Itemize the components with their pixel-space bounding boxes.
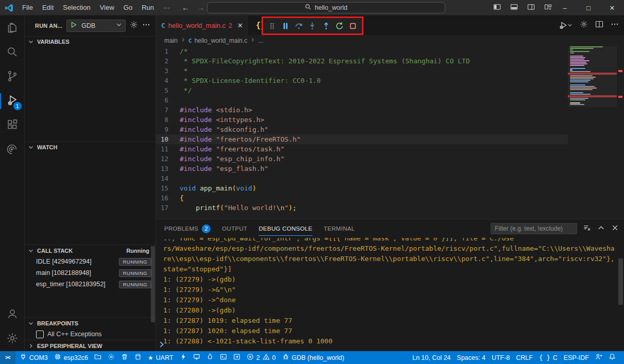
remote-indicator[interactable]: >< <box>0 351 15 364</box>
sidebar-scrollbar[interactable] <box>151 246 155 322</box>
pause-button[interactable] <box>281 22 290 30</box>
code-line-6[interactable]: 6 <box>156 95 624 105</box>
menu-go[interactable]: Go <box>119 0 137 15</box>
code-line-12[interactable]: 12#include "esp_chip_info.h" <box>156 154 624 164</box>
activity-settings[interactable] <box>0 327 25 351</box>
status-monitor-device[interactable] <box>190 351 203 364</box>
code-line-2[interactable]: 2 * SPDX-FileCopyrightText: 2010-2022 Es… <box>156 56 624 66</box>
status-open-folder[interactable] <box>91 351 105 364</box>
status-cursor-position[interactable]: Ln 10, Col 24 <box>409 351 454 364</box>
code-line-11[interactable]: 11#include "freertos/task.h" <box>156 144 624 154</box>
code-line-5[interactable]: 5 */ <box>156 85 624 95</box>
status-device-target[interactable]: esp32c6 <box>51 351 91 364</box>
status-problems[interactable]: 20 <box>244 351 279 364</box>
watch-section-header[interactable]: WATCH <box>25 142 155 153</box>
split-editor-icon[interactable] <box>595 20 603 30</box>
code-line-15[interactable]: 15void app_main(void) <box>156 183 624 193</box>
status-build-flash-monitor[interactable] <box>203 351 217 364</box>
nav-back-icon[interactable]: ← <box>182 3 189 12</box>
panel-scrollbar[interactable] <box>618 258 623 305</box>
activity-explorer[interactable] <box>0 16 25 41</box>
code-line-8[interactable]: 8#include <inttypes.h> <box>156 115 624 125</box>
run-or-debug-button[interactable] <box>559 21 573 30</box>
status-debug-session[interactable]: GDB (hello_world) <box>279 351 348 364</box>
status-indentation[interactable]: Spaces: 4 <box>454 351 489 364</box>
call-stack-frame-2[interactable]: esp_timer [1082183952]RUNNING <box>25 279 155 290</box>
status-execute-task[interactable] <box>230 351 244 364</box>
debug-settings-gear-icon[interactable] <box>130 21 138 30</box>
panel-tab-output[interactable]: OUTPUT <box>222 219 247 238</box>
minimap[interactable] <box>568 46 617 219</box>
breakpoint-checkbox[interactable] <box>36 331 44 338</box>
code-line-16[interactable]: 16{ <box>156 193 624 203</box>
status-sdk-configuration[interactable] <box>105 351 118 364</box>
code-line-1[interactable]: 1/* <box>156 46 624 56</box>
menu-overflow[interactable]: ··· <box>159 4 175 11</box>
minimize-button[interactable]: – <box>553 0 577 15</box>
more-actions-icon[interactable] <box>142 21 150 30</box>
status-language-mode[interactable]: { }C <box>536 351 561 364</box>
menu-run[interactable]: Run <box>137 0 159 15</box>
status-full-clean[interactable] <box>118 351 131 364</box>
activity-source-control[interactable] <box>0 65 25 89</box>
breadcrumb-item-0[interactable]: main <box>164 37 178 44</box>
code-line-9[interactable]: 9#include "sdkconfig.h" <box>156 125 624 134</box>
maximize-button[interactable]: □ <box>577 0 600 15</box>
console-filter-input[interactable] <box>491 223 577 234</box>
status-feedback[interactable] <box>592 351 605 364</box>
toggle-sidebar-icon[interactable] <box>493 3 501 13</box>
tab-hello-world-main[interactable]: C hello_world_main.c 2 ✕ <box>156 15 248 35</box>
code-line-17[interactable]: 17 printf("Hello world!\n"); <box>156 203 624 213</box>
code-line-7[interactable]: 7#include <stdio.h> <box>156 105 624 115</box>
close-button[interactable]: ✕ <box>600 0 624 15</box>
call-stack-frame-1[interactable]: main [1082188948]RUNNING <box>25 267 155 279</box>
status-eol-sequence[interactable]: CRLF <box>513 351 536 364</box>
esp-peripheral-section-header[interactable]: ESP PERIPHERAL VIEW <box>25 340 155 351</box>
menu-file[interactable]: File <box>18 0 38 15</box>
code-line-13[interactable]: 13#include "esp_flash.h" <box>156 164 624 174</box>
breadcrumb-item-1[interactable]: hello_world_main.c <box>195 37 248 44</box>
panel-tab-problems[interactable]: PROBLEMS2 <box>164 219 211 238</box>
call-stack-section-header[interactable]: CALL STACK Running <box>25 245 155 256</box>
customize-layout-icon[interactable] <box>544 3 552 13</box>
launch-config-select[interactable]: GDB <box>66 20 126 32</box>
code-editor[interactable]: 1/*2 * SPDX-FileCopyrightText: 2010-2022… <box>156 46 624 219</box>
toolbar-drag-handle[interactable] <box>268 22 276 30</box>
step-over-button[interactable] <box>294 22 303 30</box>
code-line-3[interactable]: 3 * <box>156 66 624 76</box>
editor-settings-gear-icon[interactable] <box>580 20 588 30</box>
breakpoint-item-0[interactable]: All C++ Exceptions <box>25 328 155 340</box>
variables-section-header[interactable]: VARIABLES <box>25 36 155 47</box>
step-out-button[interactable] <box>322 22 331 30</box>
breadcrumb-item-2[interactable]: ... <box>258 37 263 44</box>
panel-tab-terminal[interactable]: TERMINAL <box>324 219 355 238</box>
code-line-10[interactable]: 10#include "freertos/FreeRTOS.h" <box>156 134 624 144</box>
status-serial-port[interactable]: COM3 <box>16 351 51 364</box>
status-flash-device[interactable] <box>177 351 190 364</box>
console-input-chevron-icon[interactable] <box>158 341 165 350</box>
editor-more-actions-icon[interactable] <box>611 20 619 30</box>
tab-close-icon[interactable]: ✕ <box>237 22 243 29</box>
activity-espressif[interactable] <box>0 137 25 162</box>
toggle-secondary-sidebar-icon[interactable] <box>527 3 535 13</box>
start-debug-icon[interactable] <box>70 21 77 30</box>
panel-tab-debug-console[interactable]: DEBUG CONSOLE <box>258 219 312 238</box>
menu-view[interactable]: View <box>95 0 119 15</box>
toggle-panel-icon[interactable] <box>510 3 518 13</box>
command-center-search[interactable]: hello_world <box>207 2 445 13</box>
clear-console-icon[interactable] <box>583 224 591 234</box>
close-panel-icon[interactable] <box>611 224 619 234</box>
status-erase-flash[interactable] <box>131 351 145 364</box>
menu-selection[interactable]: Selection <box>58 0 95 15</box>
status-encoding[interactable]: UTF-8 <box>489 351 513 364</box>
activity-search[interactable] <box>0 41 25 65</box>
stop-button[interactable] <box>349 22 357 30</box>
status-idf-terminal[interactable] <box>217 351 230 364</box>
breakpoints-section-header[interactable]: BREAKPOINTS <box>25 317 155 328</box>
activity-run-debug[interactable]: 1 <box>0 89 25 113</box>
code-line-14[interactable]: 14 <box>156 174 624 183</box>
nav-forward-icon[interactable]: → <box>197 3 204 12</box>
activity-account[interactable] <box>0 303 25 327</box>
call-stack-frame-0[interactable]: IDLE [4294967294]RUNNING <box>25 256 155 267</box>
maximize-panel-icon[interactable] <box>597 224 605 234</box>
